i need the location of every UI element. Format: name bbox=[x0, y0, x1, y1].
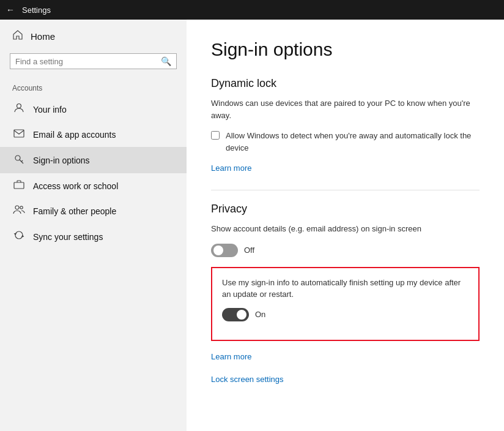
your-info-label: Your info bbox=[33, 105, 67, 114]
sidebar-item-sign-in-options[interactable]: Sign-in options bbox=[0, 147, 187, 173]
sign-in-info-text: Use my sign-in info to automatically fin… bbox=[222, 277, 469, 301]
accounts-section-label: Accounts bbox=[0, 79, 187, 96]
toggle-thumb bbox=[213, 245, 223, 255]
home-icon bbox=[12, 29, 23, 43]
section-divider bbox=[211, 190, 480, 190]
search-input[interactable] bbox=[15, 57, 161, 66]
show-account-toggle[interactable] bbox=[211, 244, 238, 257]
privacy-section: Privacy Show account details (e.g. email… bbox=[211, 203, 480, 384]
access-work-school-label: Access work or school bbox=[33, 181, 118, 191]
svg-point-5 bbox=[20, 206, 23, 209]
sign-in-info-toggle-row: On bbox=[222, 308, 469, 321]
sidebar: Home 🔍 Accounts Your info bbox=[0, 20, 187, 431]
sign-in-info-highlighted-box: Use my sign-in info to automatically fin… bbox=[211, 267, 480, 341]
svg-point-0 bbox=[17, 104, 21, 108]
show-account-toggle-label: Off bbox=[244, 245, 254, 255]
dynamic-lock-description: Windows can use devices that are paired … bbox=[211, 97, 480, 121]
lock-screen-settings-link[interactable]: Lock screen settings bbox=[211, 375, 284, 384]
main-layout: Home 🔍 Accounts Your info bbox=[0, 20, 504, 431]
svg-point-4 bbox=[15, 206, 19, 209]
toggle-thumb-on bbox=[237, 310, 246, 320]
dynamic-lock-section: Dynamic lock Windows can use devices tha… bbox=[211, 77, 480, 185]
sign-in-info-toggle-label: On bbox=[255, 310, 265, 319]
svg-rect-3 bbox=[14, 182, 24, 189]
allow-detection-row: Allow Windows to detect when you're away… bbox=[211, 130, 480, 154]
family-icon bbox=[12, 204, 26, 217]
svg-rect-1 bbox=[14, 130, 24, 137]
dynamic-lock-learn-more[interactable]: Learn more bbox=[211, 163, 251, 173]
sidebar-item-sync-settings[interactable]: Sync your settings bbox=[0, 223, 187, 250]
sign-in-options-label: Sign-in options bbox=[33, 156, 90, 165]
title-bar-title: Settings bbox=[22, 6, 51, 15]
page-title: Sign-in options bbox=[211, 39, 480, 60]
show-account-details-label: Show account details (e.g. email address… bbox=[211, 223, 480, 235]
sync-settings-label: Sync your settings bbox=[33, 232, 103, 242]
allow-detection-checkbox[interactable] bbox=[211, 131, 220, 140]
content-area: Sign-in options Dynamic lock Windows can… bbox=[187, 20, 504, 431]
sidebar-search-box[interactable]: 🔍 bbox=[10, 53, 177, 69]
show-account-toggle-row: Off bbox=[211, 244, 480, 257]
allow-detection-label: Allow Windows to detect when you're away… bbox=[226, 130, 480, 154]
title-bar-back-button[interactable]: ← bbox=[6, 5, 15, 15]
email-icon bbox=[12, 129, 26, 141]
svg-point-2 bbox=[15, 156, 20, 160]
sidebar-item-family-other-people[interactable]: Family & other people bbox=[0, 198, 187, 223]
sidebar-item-your-info[interactable]: Your info bbox=[0, 96, 187, 122]
home-label: Home bbox=[31, 31, 55, 42]
dynamic-lock-title: Dynamic lock bbox=[211, 77, 480, 90]
privacy-learn-more[interactable]: Learn more bbox=[211, 352, 251, 361]
search-icon: 🔍 bbox=[161, 56, 171, 66]
email-app-accounts-label: Email & app accounts bbox=[33, 130, 116, 140]
key-icon bbox=[12, 153, 26, 167]
title-bar: ← Settings bbox=[0, 0, 504, 20]
person-icon bbox=[12, 102, 26, 116]
sidebar-home-button[interactable]: Home bbox=[0, 20, 187, 53]
sidebar-item-email-app-accounts[interactable]: Email & app accounts bbox=[0, 122, 187, 147]
sidebar-item-access-work-school[interactable]: Access work or school bbox=[0, 173, 187, 198]
sign-in-info-toggle[interactable] bbox=[222, 308, 249, 321]
sync-icon bbox=[12, 230, 26, 244]
briefcase-icon bbox=[12, 179, 26, 192]
family-other-people-label: Family & other people bbox=[33, 206, 116, 216]
privacy-title: Privacy bbox=[211, 203, 480, 216]
